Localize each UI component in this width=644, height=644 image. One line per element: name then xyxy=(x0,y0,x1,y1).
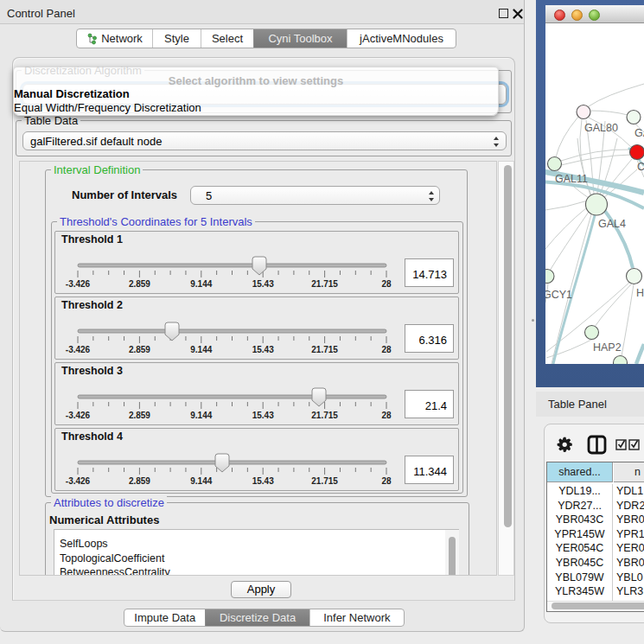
svg-text:H: H xyxy=(636,287,644,299)
svg-text:GAL80: GAL80 xyxy=(584,122,618,134)
svg-text:GCY1: GCY1 xyxy=(545,289,572,301)
svg-text:C: C xyxy=(637,161,644,173)
svg-text:HAP2: HAP2 xyxy=(593,341,622,354)
svg-text:GA: GA xyxy=(634,127,644,139)
svg-text:GAL11: GAL11 xyxy=(555,173,588,185)
svg-text:GAL4: GAL4 xyxy=(598,218,626,230)
